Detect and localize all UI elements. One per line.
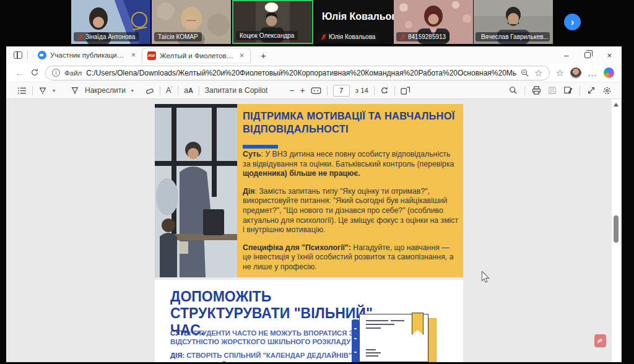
favorite-star-icon[interactable]: ☆ <box>534 68 542 77</box>
participant-name-badge: Вячеслав Гаврилькев... <box>476 32 550 41</box>
info-icon[interactable]: i <box>52 69 60 77</box>
illustration-yellow-bar <box>428 318 436 362</box>
browser-window: Участник публикации - Zoom × PDF Желтый … <box>6 46 622 362</box>
divider <box>160 86 160 95</box>
table-of-contents-icon[interactable] <box>17 87 27 95</box>
favorites-bar-icon[interactable]: ☆ <box>556 68 564 77</box>
divider <box>32 86 33 95</box>
chevron-down-icon[interactable]: ▾ <box>53 88 55 93</box>
participant-name-badge: Коцюк Олександра <box>236 31 298 40</box>
back-icon[interactable]: ← <box>15 68 24 77</box>
participant-name: Коцюк Олександра <box>240 32 294 40</box>
rotate-icon[interactable] <box>380 86 389 95</box>
acrobat-extension-icon[interactable] <box>594 334 606 347</box>
workspaces-icon[interactable] <box>14 51 22 59</box>
fit-to-width-icon[interactable] <box>311 87 321 95</box>
save-icon <box>548 86 557 95</box>
tab-zoom[interactable]: Участник публикации - Zoom × <box>33 48 142 63</box>
video-tile-yuliia[interactable]: Юлія Ковальова Юлія Ковальова <box>315 0 394 44</box>
close-tab-icon[interactable]: × <box>238 51 245 60</box>
chevron-right-icon: › <box>571 17 575 27</box>
zoom-favicon <box>38 51 46 59</box>
screen: Зінаїда Антонова Таїсія КОМАР <box>0 0 634 364</box>
muted-mic-icon <box>321 34 327 40</box>
minimize-window-button[interactable]: – <box>564 51 568 59</box>
print-icon[interactable] <box>532 86 541 95</box>
participant-name: Таїсія КОМАР <box>158 33 198 41</box>
save-as-icon[interactable] <box>563 86 573 95</box>
divider <box>524 86 525 95</box>
paragraph-diia-cutoff: (НЕ ЩОДЕННИЙ РОЗКЛАД). ДОПОМОЖІТЬ РОЗБИТ… <box>170 361 363 362</box>
address-bar-row: ← i Файл C:/Users/Olena/Downloads/Желтый… <box>6 64 622 82</box>
paragraph-diia: ДІЯ: СТВОРІТЬ СПІЛЬНИЙ "КАЛЕНДАР ДЕДЛАЙН… <box>170 352 363 360</box>
page-number-input[interactable]: 7 <box>333 85 350 97</box>
video-tile-taisiia[interactable]: Таїсія КОМАР <box>152 0 231 44</box>
new-tab-button[interactable]: + <box>257 50 270 61</box>
vertical-scrollbar[interactable] <box>612 99 620 362</box>
pdf-toolbar: ▾ Накреслити ▾ A⁾ aA Запитати в Copilot … <box>6 82 622 99</box>
participant-name-badge: Юлія Ковальова <box>317 32 379 41</box>
paragraph-sut: СУТЬ: СТУДЕНТИ ЧАСТО НЕ МОЖУТЬ ВПОРАТИСЯ… <box>170 329 363 346</box>
gallery-next-page-button[interactable]: › <box>564 14 581 30</box>
pdf-viewer-content[interactable]: ПІДТРИМКА МОТИВАЦІЇ ТА НАВЧАЛЬНОЇ ВІДПОВ… <box>6 99 622 362</box>
divider <box>327 86 328 95</box>
chevron-down-icon[interactable]: ▾ <box>131 88 134 93</box>
read-aloud-icon[interactable]: A⁾ <box>166 85 172 95</box>
tab-title: Желтый и Фиолетовый Корпора <box>160 52 235 59</box>
video-tile-84159285913[interactable]: 84159285913 <box>394 0 473 44</box>
zoom-gallery-strip: Зінаїда Антонова Таїсія КОМАР <box>0 0 634 45</box>
search-icon[interactable] <box>509 86 518 95</box>
participant-name: 84159285913 <box>408 33 446 41</box>
participant-display-name-overlay: Юлія Ковальова <box>322 11 394 22</box>
settings-gear-icon[interactable] <box>602 86 612 95</box>
illustration-blue-bar <box>352 319 359 362</box>
mouse-cursor <box>480 271 490 284</box>
ask-copilot-button[interactable]: Запитати в Copilot <box>205 86 268 95</box>
pdf-page-8: ДОПОМОЖІТЬ СТРУКТУРУВАТИ "ВІЛЬНИЙ" ЧАС. … <box>155 280 463 362</box>
profile-avatar[interactable] <box>570 67 581 79</box>
tab-pdf-active[interactable]: PDF Желтый и Фиолетовый Корпора × <box>142 48 251 63</box>
draw-pen-icon[interactable] <box>71 87 79 95</box>
url-text[interactable]: C:/Users/Olena/Downloads/Желтый%20и%20Фи… <box>86 69 516 77</box>
video-tile-viacheslav[interactable]: Вячеслав Гаврилькев... <box>473 0 554 44</box>
draw-label[interactable]: Накреслити <box>85 86 126 95</box>
zoom-in-button[interactable]: + <box>300 85 305 95</box>
pdf-favicon: PDF <box>147 51 156 60</box>
participant-name: Зінаїда Антонова <box>85 33 135 41</box>
url-scheme-label: Файл <box>64 69 82 77</box>
participant-name-badge: 84159285913 <box>396 32 449 41</box>
translate-icon[interactable]: aA <box>184 86 193 95</box>
page-view-icon[interactable] <box>401 87 410 95</box>
refresh-icon[interactable] <box>30 68 39 78</box>
highlighter-icon[interactable] <box>38 87 47 95</box>
video-tile-zinaida[interactable]: Зінаїда Антонова <box>71 0 150 44</box>
address-bar[interactable]: i Файл C:/Users/Olena/Downloads/Желтый%2… <box>45 66 550 80</box>
tab-bar: Участник публикации - Zoom × PDF Желтый … <box>6 46 622 64</box>
title-underline-rule <box>243 145 278 149</box>
scroll-up-arrow-icon[interactable] <box>614 103 619 106</box>
fullscreen-icon[interactable] <box>587 86 596 95</box>
video-tile-kotsiuk-active-speaker[interactable]: Коцюк Олександра <box>232 0 313 44</box>
divider <box>178 86 178 95</box>
tab-title: Участник публикации - Zoom <box>50 51 126 59</box>
scrollbar-thumb[interactable] <box>614 215 619 243</box>
zoom-level-icon[interactable] <box>521 69 529 77</box>
eraser-icon[interactable] <box>145 87 154 95</box>
restore-window-button[interactable] <box>584 52 591 58</box>
zoom-out-button[interactable]: − <box>289 85 294 95</box>
divider <box>199 86 199 95</box>
page-count-label: з 14 <box>355 87 368 94</box>
close-window-button[interactable]: × <box>607 51 612 59</box>
pdf-page-7: ПІДТРИМКА МОТИВАЦІЇ ТА НАВЧАЛЬНОЇ ВІДПОВ… <box>155 104 463 277</box>
paragraph-spetsyfika: Специфіка для "Психології": Нагадуйте, щ… <box>243 243 459 272</box>
copilot-icon[interactable] <box>604 67 614 78</box>
slide-body-text: Суть: У ВНЗ дитина несе повну особисту в… <box>243 150 459 280</box>
divider <box>580 86 580 95</box>
more-menu-icon[interactable]: … <box>588 68 597 77</box>
participant-name: Вячеслав Гаврилькев... <box>481 33 549 41</box>
divider <box>394 86 395 95</box>
slide-photo-office <box>155 104 237 277</box>
participant-name: Юлія Ковальова <box>329 33 375 41</box>
muted-mic-icon <box>77 34 84 40</box>
close-tab-icon[interactable]: × <box>130 51 137 59</box>
